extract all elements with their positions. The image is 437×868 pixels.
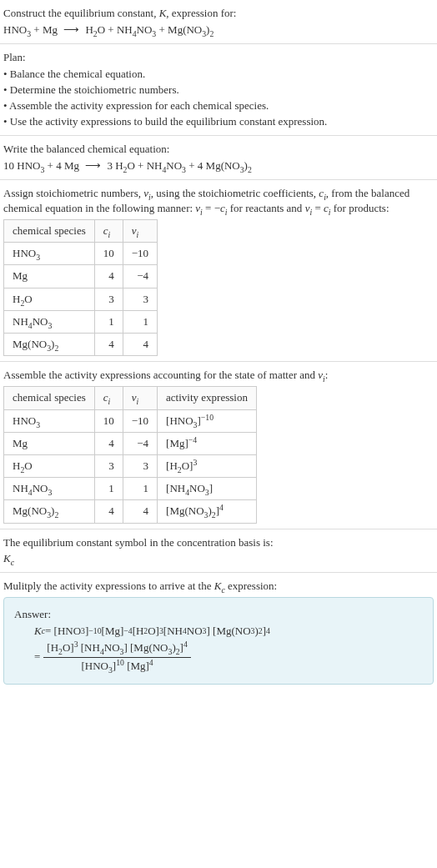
stoich-table: chemical species ci νi HNO310−10 Mg4−4 H… xyxy=(3,219,158,356)
table-row: HNO310−10 xyxy=(4,243,158,265)
col-ci: ci xyxy=(94,387,123,409)
col-species: chemical species xyxy=(4,220,95,243)
arrow-icon: ⟶ xyxy=(82,159,104,172)
table-row: Mg 4−4 [Mg]−4 xyxy=(4,432,257,454)
answer-label: Answer: xyxy=(14,607,423,622)
arrow-icon: ⟶ xyxy=(60,23,83,36)
plan-section: Plan: • Balance the chemical equation. •… xyxy=(0,44,437,136)
plan-title: Plan: xyxy=(3,50,434,65)
table-row: Mg(NO3)244 xyxy=(4,334,158,356)
table-row: NH4NO311 xyxy=(4,310,158,333)
col-species: chemical species xyxy=(4,387,95,409)
table-row: HNO3 10−10 [HNO3]−10 xyxy=(4,409,257,432)
col-vi: νi xyxy=(123,220,157,243)
balanced-equation: 10 HNO3 + 4 Mg ⟶ 3 H2O + NH4NO3 + 4 Mg(N… xyxy=(3,158,434,173)
table-row: H2O 33 [H2O]3 xyxy=(4,454,257,477)
table-row: Mg4−4 xyxy=(4,265,158,288)
kc-symbol-title: The equilibrium constant symbol in the c… xyxy=(3,535,434,550)
kc-expression: Kc = [HNO3]−10 [Mg]−4 [H2O]3 [NH4NO3] [M… xyxy=(14,624,423,674)
table-row: H2O33 xyxy=(4,288,158,310)
plan-item: • Balance the chemical equation. xyxy=(3,67,434,82)
col-activity: activity expression xyxy=(158,387,257,409)
plan-item: • Determine the stoichiometric numbers. xyxy=(3,83,434,98)
plan-item: • Assemble the activity expression for e… xyxy=(3,98,434,113)
prompt-title: Construct the equilibrium constant, K, e… xyxy=(3,6,434,21)
col-ci: ci xyxy=(94,220,123,243)
kc-symbol: Kc xyxy=(3,551,434,566)
table-row: NH4NO3 11 [NH4NO3] xyxy=(4,478,257,500)
multiply-title: Mulitply the activity expressions to arr… xyxy=(3,579,434,594)
col-vi: νi xyxy=(123,387,157,409)
activity-title: Assemble the activity expressions accoun… xyxy=(3,368,434,383)
plan-item: • Use the activity expressions to build … xyxy=(3,114,434,129)
unbalanced-equation: HNO3 + Mg ⟶ H2O + NH4NO3 + Mg(NO3)2 xyxy=(3,23,434,38)
activity-table: chemical species ci νi activity expressi… xyxy=(3,386,257,523)
fraction: [H2O]3 [NH4NO3] [Mg(NO3)2]4 [HNO3]10 [Mg… xyxy=(43,640,190,673)
table-row: Mg(NO3)2 44 [Mg(NO3)2]4 xyxy=(4,500,257,523)
stoich-intro: Assign stoichiometric numbers, νi, using… xyxy=(3,186,434,216)
balanced-title: Write the balanced chemical equation: xyxy=(3,142,434,157)
answer-box: Answer: Kc = [HNO3]−10 [Mg]−4 [H2O]3 [NH… xyxy=(3,597,434,685)
